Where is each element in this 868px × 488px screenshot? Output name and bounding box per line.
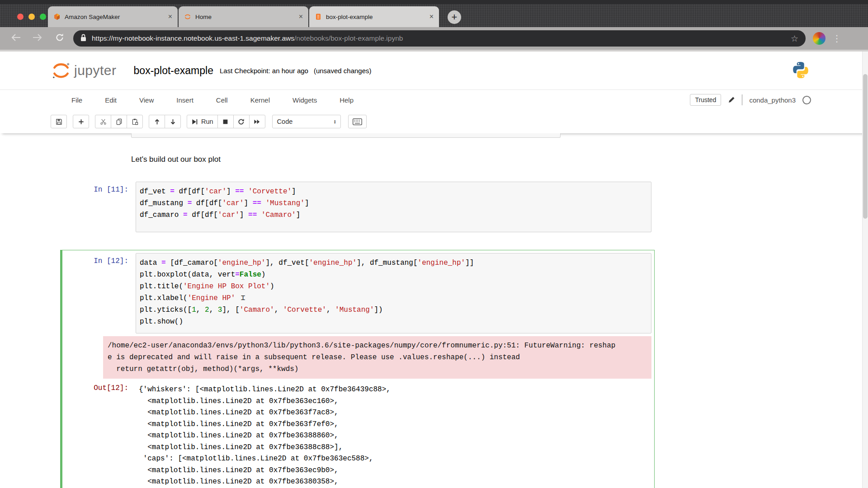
jupyter-icon	[184, 13, 191, 20]
jupyter-wordmark[interactable]: jupyter	[74, 63, 117, 78]
tab-label: box-plot-example	[326, 14, 425, 20]
code-line: plt.show()	[140, 316, 647, 328]
browser-tab-box-plot-example[interactable]: box-plot-example×	[309, 6, 439, 27]
menu-bar: FileEditViewInsertCellKernelWidgetsHelp …	[0, 90, 868, 110]
code-line: plt.title('Engine HP Box Plot')	[140, 281, 647, 292]
output-line: {'whiskers': [<matplotlib.lines.Line2D a…	[139, 384, 391, 396]
minimize-window-button[interactable]	[28, 14, 35, 20]
command-palette-button[interactable]	[348, 115, 367, 128]
copy-button[interactable]	[111, 115, 127, 128]
close-window-button[interactable]	[17, 14, 24, 20]
lock-icon[interactable]	[80, 34, 86, 43]
tab-label: Home	[195, 14, 295, 20]
zoom-window-button[interactable]	[40, 14, 46, 20]
tab-close-icon[interactable]: ×	[429, 13, 434, 20]
scrollbar-thumb[interactable]	[863, 74, 868, 219]
unsaved-changes-status: (unsaved changes)	[314, 67, 372, 75]
browser-profile-avatar[interactable]	[813, 32, 826, 45]
stderr-line: e is deprecated and will raise in a subs…	[108, 352, 647, 363]
paste-button[interactable]	[127, 115, 143, 128]
notebook-page: jupyter box-plot-example Last Checkpoint…	[0, 52, 868, 488]
browser-tab-amazon-sagemaker[interactable]: Amazon SageMaker×	[48, 6, 178, 27]
menu-kernel[interactable]: Kernel	[250, 96, 270, 104]
interrupt-icon	[222, 118, 229, 125]
menu-edit[interactable]: Edit	[105, 96, 117, 104]
cut-button[interactable]	[95, 115, 111, 128]
keyboard-icon	[353, 118, 362, 125]
kernel-status-indicator	[802, 96, 811, 104]
trusted-button[interactable]: Trusted	[690, 94, 721, 106]
scrolled-cell-fragment[interactable]	[131, 133, 561, 138]
tab-close-icon[interactable]: ×	[299, 13, 303, 20]
window-controls	[17, 14, 46, 20]
cut-icon	[100, 118, 107, 125]
sagemaker-icon	[53, 13, 61, 20]
kernel-name: conda_python3	[749, 96, 796, 104]
interrupt-button[interactable]	[217, 115, 234, 128]
menu-divider	[742, 94, 742, 105]
output-line: <matplotlib.lines.Line2D at 0x7fbe363ec1…	[139, 396, 391, 408]
reload-button[interactable]	[55, 33, 64, 44]
input-prompt: In [12]:	[65, 253, 136, 333]
code-cell-12[interactable]: In [12]: data = [df_camaro['engine_hp'],…	[60, 250, 655, 488]
menu-widgets[interactable]: Widgets	[292, 96, 317, 104]
code-input[interactable]: df_vet = df[df['car'] == 'Corvette']df_m…	[136, 182, 651, 232]
output-line: <matplotlib.lines.Line2D at 0x7fbe363888…	[139, 430, 391, 442]
menu-view[interactable]: View	[139, 96, 154, 104]
code-cell-11[interactable]: In [11]: df_vet = df[df['car'] == 'Corve…	[60, 178, 655, 235]
page-scrollbar[interactable]	[862, 52, 868, 488]
output-line: <matplotlib.lines.Line2D at 0x7fbe363f7e…	[139, 419, 391, 431]
browser-menu-icon[interactable]: ⋮	[832, 33, 841, 44]
move-up-icon	[154, 118, 160, 125]
menu-help[interactable]: Help	[340, 96, 354, 104]
run-all-button[interactable]	[249, 115, 265, 128]
save-button[interactable]	[51, 115, 67, 128]
forward-button[interactable]	[33, 33, 42, 43]
cell-type-select[interactable]: Code ▴▾	[272, 115, 341, 128]
browser-toolbar: https://my-notebook-instance.notebook.us…	[0, 27, 868, 50]
output-prompt: Out[12]:	[65, 383, 136, 488]
output-line: <matplotlib.lines.Line2D at 0x7fbe363f7a…	[139, 407, 391, 419]
code-line: df_mustang = df[df['car'] == 'Mustang']	[140, 197, 647, 209]
jupyter-header: jupyter box-plot-example Last Checkpoint…	[0, 52, 868, 90]
edit-mode-pencil-icon	[728, 96, 735, 103]
code-line: df_camaro = df[df['car'] == 'Camaro']	[140, 209, 647, 221]
browser-tab-home[interactable]: Home×	[179, 6, 308, 27]
menu-cell[interactable]: Cell	[216, 96, 228, 104]
address-bar[interactable]: https://my-notebook-instance.notebook.us…	[73, 30, 806, 47]
move-down-icon	[170, 118, 176, 125]
menu-insert[interactable]: Insert	[176, 96, 193, 104]
code-line: plt.xlabel('Engine HP' ⌶	[140, 292, 647, 304]
move-up-button[interactable]	[149, 115, 165, 128]
add-cell-button[interactable]	[73, 115, 89, 128]
browser-tab-bar: Amazon SageMaker×Home×box-plot-example× …	[0, 0, 868, 27]
bookmark-star-icon[interactable]: ☆	[791, 33, 798, 44]
save-icon	[56, 118, 62, 125]
menu-file[interactable]: File	[71, 96, 82, 104]
restart-icon	[238, 118, 245, 125]
back-button[interactable]	[11, 33, 21, 43]
copy-icon	[116, 118, 123, 125]
cell-type-value: Code	[277, 118, 293, 125]
add-cell-icon	[78, 118, 85, 125]
move-down-button[interactable]	[165, 115, 181, 128]
cell-output-text: {'whiskers': [<matplotlib.lines.Line2D a…	[136, 383, 391, 488]
stderr-line: /home/ec2-user/anaconda3/envs/python3/li…	[108, 340, 647, 352]
url-path: /notebooks/box-plot-example.ipynb	[294, 34, 403, 42]
tab-close-icon[interactable]: ×	[168, 13, 172, 20]
notebook-toolbar: Run Code ▴▾	[0, 110, 868, 133]
code-line: plt.yticks([1, 2, 3], ['Camaro', 'Corvet…	[140, 304, 647, 316]
output-line: <matplotlib.lines.Line2D at 0x7fbe363ec9…	[139, 465, 391, 477]
output-line: <matplotlib.lines.Line2D at 0x7fbe36388c…	[139, 442, 391, 454]
code-line: plt.boxplot(data, vert=False)	[140, 269, 647, 281]
notebook-title[interactable]: box-plot-example	[134, 65, 213, 77]
notebook-content: Let's build out our box plot In [11]: df…	[0, 133, 868, 488]
run-button[interactable]: Run	[187, 115, 218, 128]
code-input[interactable]: data = [df_camaro['engine_hp'], df_vet['…	[136, 253, 651, 333]
markdown-cell[interactable]: Let's build out our box plot	[131, 155, 868, 164]
code-line: data = [df_camaro['engine_hp'], df_vet['…	[140, 257, 647, 269]
restart-button[interactable]	[233, 115, 250, 128]
output-line: <matplotlib.lines.Line2D at 0x7fbe363803…	[139, 476, 391, 488]
new-tab-button[interactable]: +	[448, 10, 461, 24]
jupyter-logo-icon[interactable]	[51, 60, 71, 81]
